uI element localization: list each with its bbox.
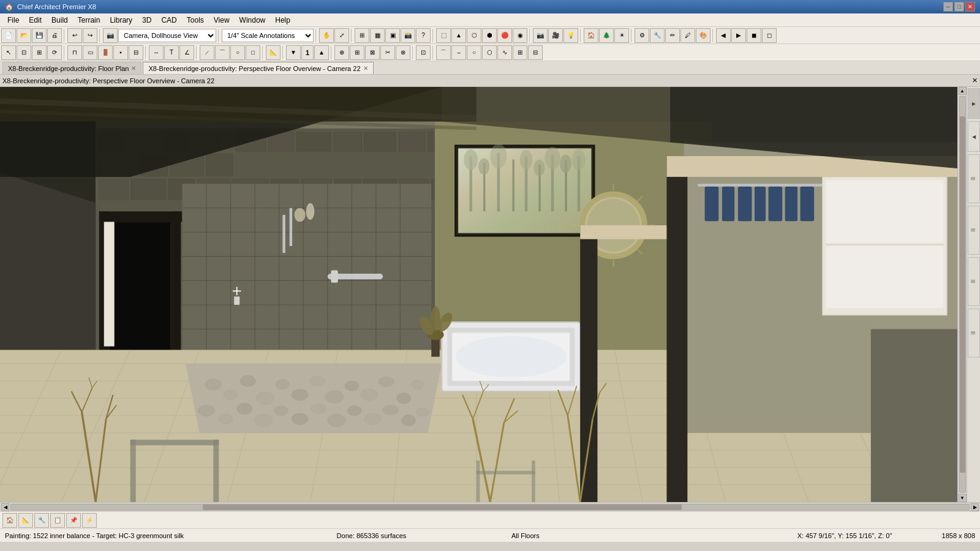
tool1[interactable]: ⬚ xyxy=(436,28,451,43)
save-btn[interactable]: 💾 xyxy=(32,28,47,43)
smooth-btn[interactable]: ⌣ xyxy=(451,45,466,60)
bt-home[interactable]: 🏠 xyxy=(2,513,17,528)
rect-btn[interactable]: □ xyxy=(246,45,260,60)
bt-plan[interactable]: 📐 xyxy=(18,513,33,528)
angle-btn[interactable]: ∠ xyxy=(179,45,194,60)
tool17[interactable]: 🎨 xyxy=(696,28,710,43)
maximize-button[interactable]: □ xyxy=(954,2,964,12)
sidebar-tab-5[interactable]: ||| xyxy=(968,257,980,306)
menu-help[interactable]: Help xyxy=(270,15,295,26)
dim-btn[interactable]: ↔ xyxy=(149,45,164,60)
level-down-btn[interactable]: ▼ xyxy=(286,45,301,60)
menu-file[interactable]: File xyxy=(2,15,24,26)
sidebar-tab-4[interactable]: ||| xyxy=(968,206,980,255)
tool13[interactable]: ⚙ xyxy=(635,28,649,43)
menu-library[interactable]: Library xyxy=(105,15,137,26)
v-scroll-thumb[interactable] xyxy=(960,116,965,472)
scroll-left-arrow[interactable]: ◀ xyxy=(1,503,9,511)
rotate-btn[interactable]: ⟳ xyxy=(47,45,62,60)
tool16[interactable]: 🖊 xyxy=(680,28,695,43)
elevation-btn[interactable]: 📐 xyxy=(266,45,281,60)
tool7[interactable]: 📷 xyxy=(533,28,548,43)
curve-btn[interactable]: ⌒ xyxy=(436,45,451,60)
tool2[interactable]: ▲ xyxy=(451,28,466,43)
bt-tool1[interactable]: 🔧 xyxy=(34,513,49,528)
tool9[interactable]: 💡 xyxy=(564,28,578,43)
menu-edit[interactable]: Edit xyxy=(24,15,47,26)
tab-camera-22[interactable]: X8-Breckenridge-productivity: Perspectiv… xyxy=(143,62,373,74)
floor-plan-btn[interactable]: ⊞ xyxy=(355,28,369,43)
tool3[interactable]: ⬡ xyxy=(467,28,481,43)
tool15[interactable]: ✏ xyxy=(665,28,680,43)
tab-floor-plan[interactable]: X8-Breckenridge-productivity: Floor Plan… xyxy=(2,62,141,74)
level-up-btn[interactable]: ▲ xyxy=(314,45,329,60)
tool11[interactable]: 🌲 xyxy=(599,28,614,43)
bt-tool4[interactable]: ⚡ xyxy=(82,513,97,528)
camera-view-btn[interactable]: 📸 xyxy=(401,28,415,43)
room-btn[interactable]: ▭ xyxy=(83,45,97,60)
tab-camera-22-close[interactable]: ✕ xyxy=(363,65,368,72)
snap-btn[interactable]: ⊕ xyxy=(334,45,349,60)
tool12[interactable]: ☀ xyxy=(614,28,629,43)
ortho-btn[interactable]: ⊠ xyxy=(365,45,380,60)
text-btn[interactable]: T xyxy=(164,45,179,60)
h-scroll-track[interactable] xyxy=(10,504,970,511)
polyline-btn[interactable]: ⟋ xyxy=(200,45,214,60)
menu-view[interactable]: View xyxy=(209,15,235,26)
tool20[interactable]: ◼ xyxy=(747,28,761,43)
h-scroll-thumb[interactable] xyxy=(203,504,682,510)
tab-floor-plan-close[interactable]: ✕ xyxy=(131,65,136,72)
sidebar-tab-6[interactable]: ||| xyxy=(968,309,980,358)
menu-window[interactable]: Window xyxy=(235,15,271,26)
help-btn[interactable]: ? xyxy=(416,28,431,43)
tool18[interactable]: ◀ xyxy=(716,28,731,43)
tool6[interactable]: ◉ xyxy=(513,28,527,43)
close-button[interactable]: ✕ xyxy=(965,2,975,12)
stair-btn[interactable]: ⊟ xyxy=(129,45,143,60)
scroll-up-arrow[interactable]: ▲ xyxy=(959,87,967,95)
camera-dropdown[interactable]: Camera, Dollhouse View Perspective Full … xyxy=(118,29,216,42)
break-btn[interactable]: ⊗ xyxy=(396,45,410,60)
menu-cad[interactable]: CAD xyxy=(156,15,181,26)
menu-tools[interactable]: Tools xyxy=(182,15,209,26)
section-btn[interactable]: ▣ xyxy=(385,28,400,43)
menu-3d[interactable]: 3D xyxy=(137,15,156,26)
print-btn[interactable]: 🖨 xyxy=(47,28,62,43)
tool19[interactable]: ▶ xyxy=(731,28,746,43)
tool10[interactable]: 🏠 xyxy=(584,28,598,43)
spline-btn[interactable]: ∿ xyxy=(497,45,512,60)
sidebar-tab-1[interactable]: ▶ xyxy=(968,88,980,119)
tool8[interactable]: 🎥 xyxy=(548,28,563,43)
circle-btn[interactable]: ○ xyxy=(230,45,245,60)
open-shape-btn[interactable]: ⊟ xyxy=(528,45,543,60)
window-btn[interactable]: ▪ xyxy=(113,45,128,60)
v-scroll-track[interactable] xyxy=(959,96,966,493)
hand-btn[interactable]: ✋ xyxy=(319,28,334,43)
elev-btn[interactable]: ▦ xyxy=(370,28,385,43)
scroll-right-arrow[interactable]: ▶ xyxy=(971,503,979,511)
pointer-btn[interactable]: ⤢ xyxy=(334,28,349,43)
transform-btn[interactable]: ⊞ xyxy=(32,45,47,60)
menu-terrain[interactable]: Terrain xyxy=(73,15,105,26)
sidebar-tab-3[interactable]: ||| xyxy=(968,154,980,203)
tool21[interactable]: ◻ xyxy=(762,28,777,43)
component-btn[interactable]: ⊡ xyxy=(17,45,31,60)
scale-dropdown[interactable]: 1/4" Scale Annotations 1/2" Scale Annota… xyxy=(222,29,314,42)
select-btn[interactable]: ↖ xyxy=(1,45,16,60)
scroll-down-arrow[interactable]: ▼ xyxy=(959,494,967,502)
wall-btn[interactable]: ⊓ xyxy=(67,45,82,60)
redo-btn[interactable]: ↪ xyxy=(83,28,97,43)
grid-snap-btn[interactable]: ⊞ xyxy=(350,45,364,60)
bt-tool2[interactable]: 📋 xyxy=(50,513,65,528)
open-btn[interactable]: 📂 xyxy=(17,28,31,43)
sidebar-tab-2[interactable]: ◀ xyxy=(968,121,980,152)
bt-tool3[interactable]: 📌 xyxy=(66,513,81,528)
close-shape-btn[interactable]: ⊞ xyxy=(513,45,527,60)
tool4[interactable]: ⬢ xyxy=(482,28,497,43)
minimize-button[interactable]: ─ xyxy=(943,2,953,12)
new-btn[interactable]: 📄 xyxy=(1,28,16,43)
tool5[interactable]: 🔴 xyxy=(497,28,512,43)
door-btn[interactable]: 🚪 xyxy=(98,45,113,60)
tool14[interactable]: 🔧 xyxy=(650,28,665,43)
edit-btn[interactable]: ✂ xyxy=(380,45,395,60)
